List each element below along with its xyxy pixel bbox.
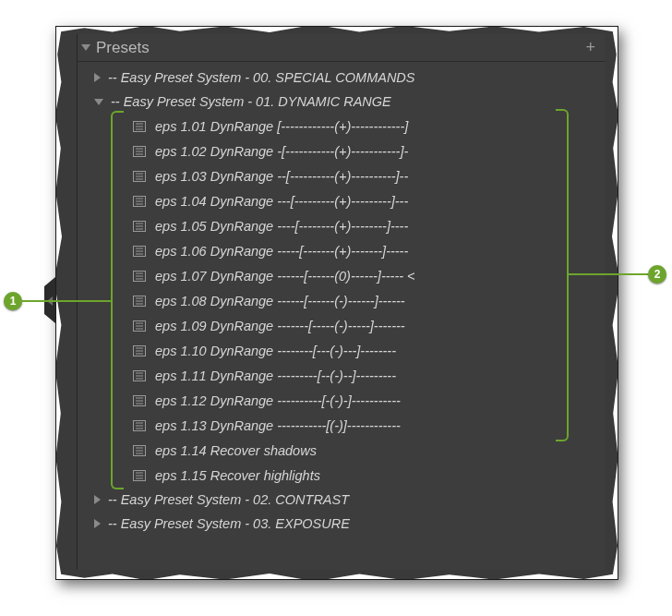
chevron-down-icon [94,99,103,105]
folder-label: -- Easy Preset System - 00. SPECIAL COMM… [108,70,415,85]
preset-label: eps 1.02 DynRange -[-----------(+)------… [155,144,408,159]
folder-label: -- Easy Preset System - 02. CONTRAST [108,492,349,507]
preset-label: eps 1.11 DynRange ---------[--(-)--]----… [155,368,396,383]
folder-special-commands[interactable]: -- Easy Preset System - 00. SPECIAL COMM… [78,66,605,90]
preset-icon [133,345,146,356]
preset-label: eps 1.05 DynRange ----[--------(+)------… [155,219,408,234]
preset-icon [133,196,146,207]
chevron-down-icon[interactable] [81,44,90,51]
callout-line [22,300,111,302]
preset-label: eps 1.10 DynRange --------[---(-)---]---… [155,344,396,358]
preset-item[interactable]: eps 1.06 DynRange -----[-------(+)------… [78,238,605,263]
preset-label: eps 1.12 DynRange ----------[-(-)-]-----… [155,393,401,408]
panel-title: Presets [96,39,150,57]
chevron-right-icon [94,519,101,528]
preset-label: eps 1.15 Recover highlights [155,468,320,483]
preset-icon [133,445,146,456]
preset-icon [133,246,146,257]
callout-bracket-left [111,111,124,489]
callout-badge-2: 2 [648,265,666,284]
preset-icon [133,420,146,431]
folder-contrast[interactable]: -- Easy Preset System - 02. CONTRAST [78,488,605,512]
preset-icon [133,296,146,307]
preset-item[interactable]: eps 1.13 DynRange -----------[(-)]------… [78,413,605,438]
preset-item[interactable]: eps 1.04 DynRange ---[---------(+)------… [78,188,605,213]
preset-icon [133,146,146,157]
preset-label: eps 1.14 Recover shadows [155,443,317,458]
preset-icon [133,395,146,406]
presets-panel: Presets + -- Easy Preset System - 00. SP… [55,26,618,580]
callout-bracket-right [556,109,569,441]
preset-item[interactable]: eps 1.05 DynRange ----[--------(+)------… [78,213,605,238]
folder-label: -- Easy Preset System - 01. DYNAMIC RANG… [111,94,391,109]
chevron-right-icon [94,73,101,82]
preset-label: eps 1.13 DynRange -----------[(-)]------… [155,418,401,433]
panel-header[interactable]: Presets + [78,34,605,62]
folder-dynamic-range[interactable]: -- Easy Preset System - 01. DYNAMIC RANG… [78,90,605,114]
preset-label: eps 1.03 DynRange --[----------(+)------… [155,169,408,184]
preset-item[interactable]: eps 1.15 Recover highlights [78,463,605,488]
preset-label: eps 1.07 DynRange ------[------(0)------… [155,269,415,284]
preset-item[interactable]: eps 1.12 DynRange ----------[-(-)-]-----… [78,388,605,413]
folder-label: -- Easy Preset System - 03. EXPOSURE [108,516,350,531]
preset-icon [133,121,146,132]
preset-item[interactable]: eps 1.10 DynRange --------[---(-)---]---… [78,338,605,363]
preset-icon [133,171,146,182]
preset-label: eps 1.08 DynRange ------[------(-)------… [155,294,405,308]
preset-icon [133,470,146,481]
folder-exposure[interactable]: -- Easy Preset System - 03. EXPOSURE [78,512,605,536]
preset-icon [133,221,146,232]
preset-item[interactable]: eps 1.02 DynRange -[-----------(+)------… [78,139,605,163]
preset-item[interactable]: eps 1.03 DynRange --[----------(+)------… [78,163,605,188]
add-preset-button[interactable]: + [585,38,595,57]
preset-item[interactable]: eps 1.09 DynRange -------[-----(-)-----]… [78,313,605,338]
chevron-right-icon [94,495,101,504]
preset-label: eps 1.01 DynRange [------------(+)------… [155,119,408,134]
callout-line [569,273,648,275]
preset-tree: -- Easy Preset System - 00. SPECIAL COMM… [78,62,605,539]
preset-label: eps 1.06 DynRange -----[-------(+)------… [155,244,408,259]
preset-icon [133,370,146,381]
preset-icon [133,320,146,332]
preset-item[interactable]: eps 1.07 DynRange ------[------(0)------… [78,263,605,288]
preset-item[interactable]: eps 1.01 DynRange [------------(+)------… [78,114,605,139]
preset-label: eps 1.04 DynRange ---[---------(+)------… [155,194,408,209]
preset-icon [133,271,146,282]
preset-item[interactable]: eps 1.14 Recover shadows [78,438,605,463]
preset-item[interactable]: eps 1.08 DynRange ------[------(-)------… [78,288,605,313]
preset-label: eps 1.09 DynRange -------[-----(-)-----]… [155,319,405,333]
callout-badge-1: 1 [4,292,22,310]
preset-item[interactable]: eps 1.11 DynRange ---------[--(-)--]----… [78,363,605,388]
